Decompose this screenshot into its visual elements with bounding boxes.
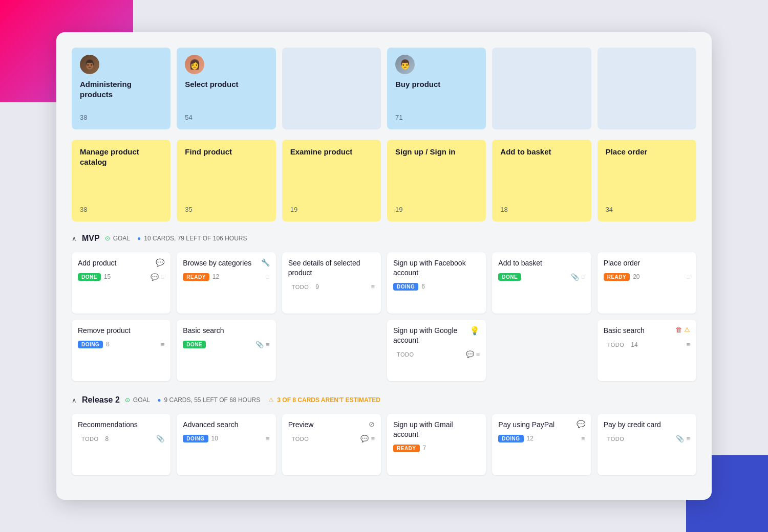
epic-sign-up-sign-in[interactable]: Sign up / Sign in 19 <box>387 140 486 221</box>
card-basic-search-col6-left: TODO 14 <box>604 341 638 349</box>
epic-card-empty-3 <box>282 48 381 129</box>
epic-examine-product[interactable]: Examine product 19 <box>282 140 381 221</box>
card-signup-facebook-left: DOING 6 <box>393 283 425 291</box>
list-icon: ≡ <box>161 341 165 348</box>
card-advanced-search-title-row: Advanced search <box>183 420 269 430</box>
card-see-details-count: 9 <box>315 283 319 291</box>
card-preview-title-row: Preview ⊘ <box>288 420 375 430</box>
card-signup-facebook[interactable]: Sign up with Facebook account DOING 6 <box>387 252 486 314</box>
card-recommendations[interactable]: Recommendations TODO 8 📎 <box>72 414 170 475</box>
epic-card-empty-5 <box>492 48 591 129</box>
card-add-product[interactable]: Add product 💬 DONE 15 💬 ≡ <box>72 252 170 314</box>
card-browse-left: READY 12 <box>183 273 219 281</box>
epic-title-4: Buy product <box>395 79 478 109</box>
attach-icon: 📎 <box>255 341 264 348</box>
status-badge-doing: DOING <box>183 435 208 442</box>
card-basic-search-mvp[interactable]: Basic search DONE 📎 ≡ <box>177 320 275 381</box>
card-browse-categories[interactable]: Browse by categories 🔧 READY 12 ≡ <box>177 252 275 314</box>
status-badge-todo: TODO <box>78 435 102 443</box>
card-preview[interactable]: Preview ⊘ TODO 💬 ≡ <box>282 414 381 475</box>
card-see-details-left: TODO 9 <box>288 283 319 291</box>
card-pay-paypal-left: DOING 12 <box>498 435 534 442</box>
card-signup-google-icons: 💡 <box>470 326 480 336</box>
mvp-title: MVP <box>82 234 100 243</box>
epic-manage-product-catalog[interactable]: Manage product catalog 38 <box>72 140 170 221</box>
card-signup-facebook-count: 6 <box>421 283 425 290</box>
goal-icon: ⊙ <box>105 235 110 242</box>
card-see-details-title: See details of selected product <box>288 258 375 278</box>
bulb-icon: 💡 <box>470 326 480 336</box>
card-see-details[interactable]: See details of selected product TODO 9 ≡ <box>282 252 381 314</box>
card-see-details-footer: TODO 9 ≡ <box>288 283 375 291</box>
card-place-order[interactable]: Place order READY 20 ≡ <box>598 252 696 314</box>
card-add-to-basket[interactable]: Add to basket DONE 📎 ≡ <box>492 252 591 314</box>
epic-number-4: 71 <box>395 114 478 121</box>
card-advanced-search-count: 10 <box>211 435 218 442</box>
card-signup-google-left: TODO <box>393 350 418 359</box>
list-icon: ≡ <box>686 341 690 348</box>
card-advanced-search-title: Advanced search <box>183 420 269 430</box>
list-icon: ≡ <box>266 273 270 281</box>
card-pay-paypal[interactable]: Pay using PayPal 💬 DOING 12 ≡ <box>492 414 591 475</box>
epic-card-administering-products[interactable]: 👨🏾 Administering products 38 <box>72 48 170 129</box>
card-add-to-basket-story-icons: 📎 ≡ <box>571 273 585 281</box>
release2-title: Release 2 <box>82 395 120 405</box>
card-place-order-left: READY 20 <box>604 273 640 281</box>
card-add-product-title: Add product <box>78 258 153 268</box>
card-place-order-footer: READY 20 ≡ <box>604 273 690 281</box>
status-badge-todo: TODO <box>604 341 628 349</box>
epic-find-product[interactable]: Find product 35 <box>177 140 275 221</box>
epic-add-to-basket[interactable]: Add to basket 18 <box>492 140 591 221</box>
card-add-product-icons: 💬 <box>156 258 164 267</box>
status-badge-ready: READY <box>183 273 209 281</box>
epic-card-buy-product[interactable]: 👨 Buy product 71 <box>387 48 486 129</box>
card-signup-gmail-count: 7 <box>423 445 426 452</box>
card-preview-title: Preview <box>288 420 366 430</box>
card-pay-paypal-icons: 💬 <box>577 420 585 428</box>
release2-clock-label: 9 CARDS, 55 LEFT OF 68 HOURS <box>164 396 260 404</box>
card-advanced-search-story-icons: ≡ <box>266 435 270 442</box>
card-pay-paypal-title: Pay using PayPal <box>498 420 573 430</box>
status-badge-done: DONE <box>78 273 101 281</box>
mvp-cards-grid: Add product 💬 DONE 15 💬 ≡ Browse by cate… <box>72 252 696 381</box>
epic-place-order[interactable]: Place order 34 <box>598 140 696 221</box>
card-advanced-search[interactable]: Advanced search DOING 10 ≡ <box>177 414 275 475</box>
card-add-product-story-icons: 💬 ≡ <box>151 273 165 281</box>
card-remove-product[interactable]: Remove product DOING 8 ≡ <box>72 320 170 381</box>
card-pay-paypal-story-icons: ≡ <box>581 435 585 442</box>
status-badge-todo: TODO <box>288 283 313 291</box>
status-badge-doing: DOING <box>78 341 103 348</box>
card-signup-google-title: Sign up with Google account <box>393 326 466 345</box>
list-icon: ≡ <box>581 435 585 442</box>
card-pay-credit-card-title-row: Pay by credit card <box>604 420 690 430</box>
card-signup-gmail[interactable]: Sign up with Gmail account READY 7 <box>387 414 486 475</box>
goal-icon-r2: ⊙ <box>125 396 130 404</box>
epic-card-select-product[interactable]: 👩 Select product 54 <box>177 48 275 129</box>
mvp-chevron[interactable]: ∧ <box>72 235 77 242</box>
card-basic-search-col6-title: Basic search <box>604 326 672 336</box>
epic-title-place-order: Place order <box>606 147 688 202</box>
card-pay-paypal-title-row: Pay using PayPal 💬 <box>498 420 585 430</box>
card-preview-icons: ⊘ <box>369 420 375 428</box>
release2-chevron[interactable]: ∧ <box>72 396 77 404</box>
card-browse-count: 12 <box>212 273 219 280</box>
status-badge-todo: TODO <box>393 350 418 359</box>
status-badge-todo: TODO <box>604 435 628 443</box>
card-pay-paypal-count: 12 <box>527 435 534 442</box>
card-basic-search-col6[interactable]: Basic search 🗑 ⚠ TODO 14 ≡ <box>598 320 696 381</box>
card-place-order-title: Place order <box>604 258 690 268</box>
card-recommendations-title: Recommendations <box>78 420 164 430</box>
avatar-man2: 👨 <box>395 55 415 74</box>
epic-number-2: 54 <box>185 114 267 121</box>
card-recommendations-count: 8 <box>105 435 109 442</box>
release2-warn-label: 3 OF 8 CARDS AREN'T ESTIMATED <box>277 396 380 404</box>
card-signup-google[interactable]: Sign up with Google account 💡 TODO 💬 ≡ <box>387 320 486 381</box>
epic-title-manage: Manage product catalog <box>80 147 162 202</box>
card-pay-credit-card[interactable]: Pay by credit card TODO 📎 ≡ <box>598 414 696 475</box>
card-add-product-left: DONE 15 <box>78 273 111 281</box>
list-icon: ≡ <box>161 273 165 281</box>
card-preview-footer: TODO 💬 ≡ <box>288 435 375 443</box>
card-place-order-story-icons: ≡ <box>686 273 690 281</box>
card-advanced-search-footer: DOING 10 ≡ <box>183 435 269 442</box>
list-icon: ≡ <box>266 435 270 442</box>
